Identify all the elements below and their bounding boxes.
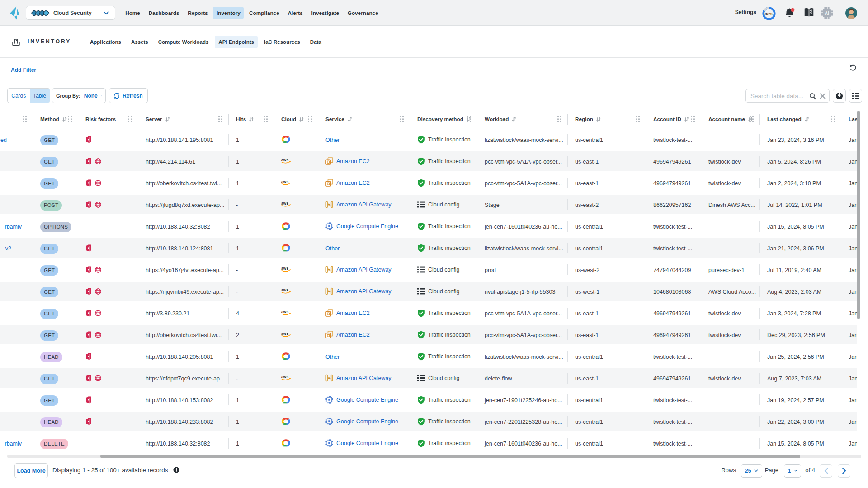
svg-text:aws: aws <box>281 158 289 162</box>
svg-text:aws: aws <box>281 267 289 271</box>
svg-text:aws: aws <box>281 202 289 206</box>
svg-text:aws: aws <box>281 375 289 379</box>
svg-text:aws: aws <box>281 288 289 292</box>
svg-text:aws: aws <box>281 180 289 184</box>
svg-text:aws: aws <box>281 310 289 314</box>
svg-text:aws: aws <box>281 332 289 336</box>
svg-text:83%: 83% <box>764 11 774 16</box>
svg-text:AI: AI <box>825 11 829 16</box>
